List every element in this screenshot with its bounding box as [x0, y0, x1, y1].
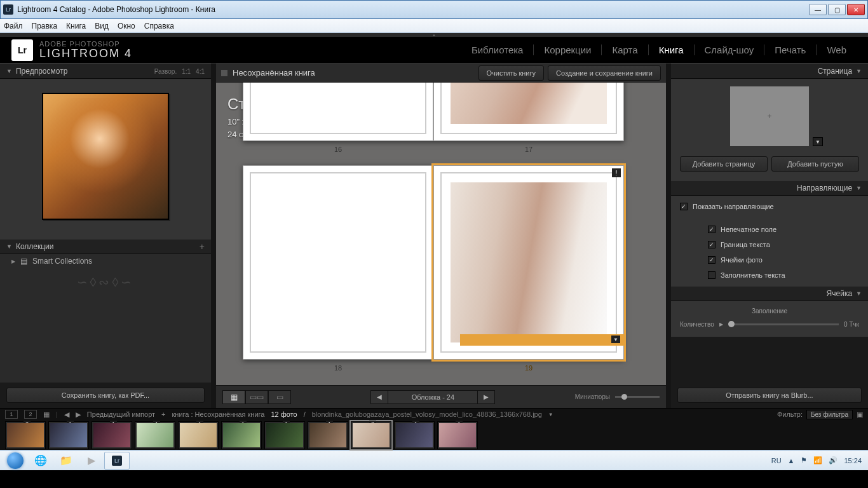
pager-next[interactable]: ▶	[477, 390, 495, 404]
taskbar-media[interactable]: ▶	[79, 452, 104, 470]
menu-window[interactable]: Окно	[118, 22, 135, 30]
book-canvas[interactable]: Стандартный пейзаж 10" x 8" (25 x 20 см)…	[216, 83, 666, 385]
film-thumb[interactable]: 1	[48, 421, 89, 449]
left-grip[interactable]	[211, 64, 216, 408]
module-slideshow[interactable]: Слайд-шоу	[695, 44, 765, 55]
layout-dropdown-button[interactable]: ▼	[813, 137, 823, 146]
film-thumb[interactable]: 1	[221, 421, 262, 449]
zoom-1-1[interactable]: 1:1	[182, 68, 191, 75]
add-page-button[interactable]: Добавить страницу	[680, 156, 768, 172]
filmstrip-back[interactable]: ◀	[64, 410, 69, 419]
page-layout-dropdown[interactable]: ▼	[611, 336, 620, 343]
save-pdf-button[interactable]: Сохранить книгу, как PDF...	[6, 388, 205, 403]
checkbox-text-border[interactable]	[708, 241, 715, 248]
module-web[interactable]: Web	[817, 44, 857, 55]
collection-smart[interactable]: ▶ ▤ Smart Collections	[0, 254, 211, 268]
filmstrip-forward[interactable]: ▶	[76, 410, 81, 419]
page-selection-bar: ▼	[460, 334, 624, 346]
clear-book-button[interactable]: Очистить книгу	[478, 65, 544, 81]
guide-show-row[interactable]: Показать направляющие	[674, 201, 865, 212]
tray-clock[interactable]: 15:24	[844, 457, 862, 464]
page-layout-thumb[interactable]: + ▼	[730, 86, 809, 146]
guide-photocells-row[interactable]: Ячейки фото	[674, 254, 865, 266]
guide-textfiller-row[interactable]: Заполнитель текста	[674, 269, 865, 281]
spread-18-19[interactable]: 18 ! 19 ▼	[243, 165, 624, 360]
close-button[interactable]: ✕	[847, 4, 865, 15]
film-thumb[interactable]: 1	[394, 421, 435, 449]
breadcrumb-dropdown-icon[interactable]: ▼	[548, 412, 553, 417]
checkbox-photo-cells[interactable]	[708, 256, 715, 264]
checkbox-text-filler[interactable]	[708, 271, 715, 279]
film-thumb[interactable]: 1	[178, 421, 219, 449]
collections-panel-header[interactable]: ▼ Коллекции +	[0, 239, 211, 254]
link-icon[interactable]: ▶	[719, 322, 723, 327]
warning-icon[interactable]: !	[612, 168, 621, 177]
guide-textborder-row[interactable]: Граница текста	[674, 239, 865, 250]
page-18[interactable]: 18	[243, 165, 433, 360]
thumbnail-size-slider[interactable]	[615, 396, 660, 398]
film-thumb[interactable]: 1	[135, 421, 175, 449]
tray-flag-icon[interactable]: ▲	[788, 457, 795, 464]
page-panel-header[interactable]: Страница ▼	[671, 64, 868, 79]
padding-slider[interactable]	[728, 323, 839, 325]
checkbox-show-guides[interactable]	[680, 203, 688, 210]
menu-view[interactable]: Вид	[95, 22, 109, 30]
menu-help[interactable]: Справка	[144, 22, 174, 30]
taskbar-ie[interactable]: 🌐	[28, 452, 53, 470]
guides-panel-header[interactable]: Направляющие ▼	[671, 180, 868, 196]
film-thumb[interactable]: 1	[308, 421, 348, 449]
module-print[interactable]: Печать	[764, 44, 817, 55]
menu-book[interactable]: Книга	[66, 22, 86, 30]
film-thumb[interactable]: 2	[351, 421, 391, 449]
film-thumb[interactable]: 2	[5, 421, 46, 449]
minimize-button[interactable]: —	[809, 4, 827, 15]
zoom-4-1[interactable]: 4:1	[196, 68, 205, 75]
view-grid-button[interactable]: ▦	[222, 390, 245, 404]
taskbar-lightroom[interactable]: Lr	[104, 452, 130, 470]
film-thumb[interactable]: 1	[92, 421, 132, 449]
maximize-button[interactable]: ▢	[828, 4, 846, 15]
module-book[interactable]: Книга	[649, 44, 695, 55]
page-17[interactable]: 17	[433, 83, 624, 141]
page-16[interactable]: 16	[243, 83, 433, 141]
module-map[interactable]: Карта	[602, 44, 648, 55]
pager-label[interactable]: Обложка - 24	[388, 390, 477, 404]
tray-network-icon[interactable]: 📶	[813, 456, 822, 464]
view-spread-button[interactable]: ▭▭	[245, 390, 268, 404]
preview-panel-header[interactable]: ▼ Предпросмотр Развор. 1:1 4:1	[0, 64, 211, 79]
film-thumb[interactable]: 1	[264, 421, 305, 449]
secondary-display-2[interactable]: 2	[24, 410, 37, 419]
add-blank-button[interactable]: Добавить пустую	[771, 156, 859, 172]
view-single-button[interactable]: ▭	[268, 390, 291, 404]
menu-file[interactable]: Файл	[4, 22, 23, 30]
secondary-display-1[interactable]: 1	[5, 410, 18, 419]
preview-image[interactable]	[42, 93, 169, 220]
pager-prev[interactable]: ◀	[370, 390, 388, 404]
start-button[interactable]	[3, 452, 28, 470]
spread-16-17[interactable]: 16 17	[243, 83, 624, 141]
module-develop[interactable]: Коррекции	[534, 44, 602, 55]
send-to-blurb-button[interactable]: Отправить книгу на Blurb...	[677, 388, 862, 403]
breadcrumb-prev-import[interactable]: Предыдущий импорт	[87, 410, 155, 418]
tray-volume-icon[interactable]: 🔊	[829, 456, 837, 464]
grid-view-icon[interactable]: ▦	[43, 410, 50, 419]
menu-edit[interactable]: Правка	[32, 22, 58, 30]
tray-action-center-icon[interactable]: ⚑	[801, 456, 807, 464]
taskbar-explorer[interactable]: 📁	[53, 452, 79, 470]
cell-panel-header[interactable]: Ячейка ▼	[671, 286, 868, 301]
breadcrumb-book[interactable]: книга : Несохранённая книга	[172, 410, 265, 418]
film-thumb[interactable]: 1	[437, 421, 478, 449]
add-collection-icon[interactable]: +	[200, 241, 205, 252]
filter-lock-icon[interactable]: ▣	[857, 410, 863, 419]
zoom-fit[interactable]: Развор.	[154, 68, 177, 75]
page-19[interactable]: ! 19	[433, 165, 624, 360]
filter-select[interactable]: Без фильтра	[806, 410, 853, 419]
chk-label: Ячейки фото	[721, 256, 763, 264]
checkbox-bleed[interactable]	[708, 226, 715, 233]
guide-bleed-row[interactable]: Непечатное поле	[674, 224, 865, 235]
module-library[interactable]: Библиотека	[461, 44, 534, 55]
collection-label: Smart Collections	[32, 257, 92, 266]
create-save-book-button[interactable]: Создание и сохранение книги	[548, 65, 661, 81]
tray-lang[interactable]: RU	[771, 457, 782, 464]
right-grip[interactable]	[666, 64, 671, 408]
